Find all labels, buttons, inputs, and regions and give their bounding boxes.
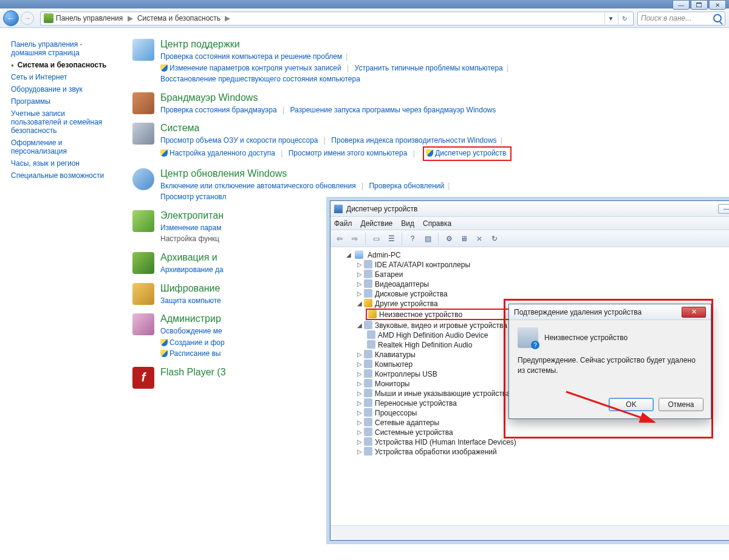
- expander-icon[interactable]: ▷: [356, 261, 363, 268]
- address-bar[interactable]: Панель управления ▶ Система и безопаснос…: [40, 12, 634, 26]
- link-bitlocker[interactable]: Защита компьюте: [160, 296, 221, 305]
- link-format[interactable]: Создание и фор: [169, 338, 225, 347]
- toolbar-refresh-button[interactable]: ↻: [488, 232, 501, 245]
- category-title[interactable]: Flash Player (3: [160, 367, 226, 378]
- tree-node-unknown[interactable]: Неизвестное устройство: [379, 310, 462, 319]
- toolbar-show-button[interactable]: ▭: [369, 232, 383, 245]
- nav-forward-button[interactable]: →: [21, 12, 34, 25]
- link-ram-cpu[interactable]: Просмотр объема ОЗУ и скорости процессор…: [160, 136, 318, 145]
- expander-icon[interactable]: ▷: [356, 380, 363, 387]
- link-power-1[interactable]: Изменение парам: [160, 224, 221, 232]
- toolbar-scan-button[interactable]: ▤: [421, 232, 434, 245]
- tree-node[interactable]: Клавиатуры: [375, 350, 416, 359]
- breadcrumb[interactable]: Панель управления ▶ Система и безопаснос…: [56, 14, 233, 22]
- tree-node[interactable]: Процессоры: [375, 409, 417, 417]
- category-title[interactable]: Электропитан: [160, 210, 224, 221]
- tree-node[interactable]: Компьютер: [375, 360, 412, 369]
- tree-node[interactable]: Устройства обработки изображений: [375, 448, 497, 456]
- link-free-space[interactable]: Освобождение ме: [160, 327, 222, 335]
- expander-icon[interactable]: ▷: [356, 290, 363, 297]
- sidebar-item-appearance[interactable]: Оформление и персонализация: [11, 138, 114, 155]
- tree-root[interactable]: Admin-PC: [368, 251, 401, 259]
- expander-icon[interactable]: ▷: [356, 409, 363, 416]
- tree-node[interactable]: Мыши и иные указывающие устройства: [375, 389, 510, 398]
- expander-icon[interactable]: ▷: [356, 271, 363, 278]
- address-refresh-button[interactable]: ↻: [618, 13, 630, 24]
- device-tree[interactable]: ◢ Admin-PC ▷IDE ATA/ATAPI контроллеры ▷Б…: [330, 247, 729, 525]
- expander-icon[interactable]: ▷: [356, 281, 363, 287]
- sidebar-item-accessibility[interactable]: Специальные возможности: [11, 171, 114, 180]
- toolbar-uninstall-button[interactable]: 🖥: [457, 232, 471, 245]
- link-restore[interactable]: Восстановление предшествующего состояния…: [160, 75, 360, 83]
- tree-node[interactable]: Мониторы: [375, 380, 409, 388]
- expander-icon[interactable]: ▷: [356, 370, 363, 377]
- tree-node-other[interactable]: Другие устройства: [375, 299, 438, 308]
- link-auto-update[interactable]: Включение или отключение автоматического…: [160, 182, 356, 190]
- toolbar-properties-button[interactable]: ☰: [385, 232, 398, 245]
- category-title[interactable]: Администрир: [160, 313, 225, 324]
- menu-view[interactable]: Вид: [401, 219, 414, 228]
- expander-icon[interactable]: ▷: [356, 390, 363, 397]
- category-title[interactable]: Центр обновления Windows: [160, 168, 453, 179]
- menu-file[interactable]: Файл: [334, 219, 352, 228]
- category-title[interactable]: Брандмауэр Windows: [160, 92, 496, 103]
- category-title[interactable]: Система: [160, 123, 512, 134]
- tree-node[interactable]: Устройства HID (Human Interface Devices): [375, 438, 516, 446]
- menu-help[interactable]: Справка: [423, 219, 451, 228]
- tree-node[interactable]: Видеоадаптеры: [375, 280, 429, 289]
- link-uac[interactable]: Изменение параметров контроля учетных за…: [169, 64, 341, 72]
- sidebar-item-home[interactable]: Панель управления - домашняя страница: [11, 40, 114, 57]
- tree-node[interactable]: Дисковые устройства: [375, 290, 448, 298]
- expander-icon[interactable]: ◢: [345, 251, 352, 258]
- search-input[interactable]: Поиск в пане...: [637, 12, 725, 26]
- confirm-cancel-button[interactable]: Отмена: [659, 398, 703, 411]
- tree-node[interactable]: Системные устройства: [375, 428, 453, 437]
- expander-icon[interactable]: ▷: [356, 400, 363, 406]
- expander-icon[interactable]: ▷: [356, 429, 363, 435]
- link-check-status[interactable]: Проверка состояния компьютера и решение …: [160, 52, 342, 61]
- address-dropdown-button[interactable]: ▼: [604, 13, 617, 24]
- toolbar-forward-button[interactable]: ⇨: [348, 232, 361, 245]
- link-backup[interactable]: Архивирование да: [160, 265, 224, 274]
- toolbar-update-button[interactable]: ⚙: [442, 232, 456, 245]
- dm-minimize-button[interactable]: —: [718, 204, 729, 214]
- tree-node[interactable]: Звуковые, видео и игровые устройства: [375, 321, 507, 330]
- expander-icon[interactable]: ▷: [356, 439, 363, 445]
- category-title[interactable]: Архивация и: [160, 252, 224, 263]
- link-fw-status[interactable]: Проверка состояния брандмауэра: [160, 106, 277, 114]
- menu-action[interactable]: Действие: [361, 219, 393, 228]
- window-close-button[interactable]: ✕: [709, 0, 726, 10]
- sidebar-item-system-security[interactable]: Система и безопасность: [11, 61, 114, 69]
- expander-icon[interactable]: ▷: [356, 351, 363, 358]
- tree-node[interactable]: Переносные устройства: [375, 399, 457, 408]
- nav-back-button[interactable]: ←: [3, 10, 19, 26]
- link-computer-name[interactable]: Просмотр имени этого компьютера: [289, 149, 408, 157]
- sidebar-item-network[interactable]: Сеть и Интернет: [11, 73, 114, 81]
- toolbar-help-button[interactable]: ?: [406, 232, 419, 245]
- toolbar-disable-button[interactable]: ⤫: [473, 232, 486, 245]
- sidebar-item-programs[interactable]: Программы: [11, 97, 114, 106]
- toolbar-back-button[interactable]: ⇦: [333, 232, 346, 245]
- category-title[interactable]: Центр поддержки: [160, 39, 512, 50]
- sidebar-item-clock-region[interactable]: Часы, язык и регион: [11, 159, 114, 168]
- expander-icon[interactable]: ▷: [356, 448, 363, 455]
- confirm-titlebar[interactable]: Подтверждение удаления устройства ✕: [509, 304, 711, 320]
- expander-icon[interactable]: ▷: [356, 361, 363, 367]
- tree-node[interactable]: Батареи: [375, 270, 403, 279]
- link-remote[interactable]: Настройка удаленного доступа: [169, 149, 275, 157]
- tree-node[interactable]: Сетевые адаптеры: [375, 418, 439, 427]
- tree-node[interactable]: Контроллеры USB: [375, 370, 437, 378]
- window-maximize-button[interactable]: 🗖: [691, 0, 708, 10]
- tree-node[interactable]: AMD High Definition Audio Device: [378, 331, 488, 340]
- breadcrumb-item[interactable]: Панель управления: [56, 14, 123, 22]
- link-troubleshoot[interactable]: Устранить типичные проблемы компьютера: [355, 64, 503, 72]
- expander-icon[interactable]: ▷: [356, 419, 363, 426]
- confirm-ok-button[interactable]: OK: [609, 398, 654, 411]
- category-title[interactable]: Шифрование: [160, 283, 221, 294]
- tree-node[interactable]: IDE ATA/ATAPI контроллеры: [375, 261, 470, 269]
- tree-node[interactable]: Realtek High Definition Audio: [378, 341, 472, 349]
- confirm-close-button[interactable]: ✕: [682, 307, 706, 318]
- expander-icon[interactable]: ◢: [356, 300, 363, 307]
- link-installed[interactable]: Просмотр установл: [160, 193, 226, 201]
- breadcrumb-item[interactable]: Система и безопасность: [137, 14, 221, 22]
